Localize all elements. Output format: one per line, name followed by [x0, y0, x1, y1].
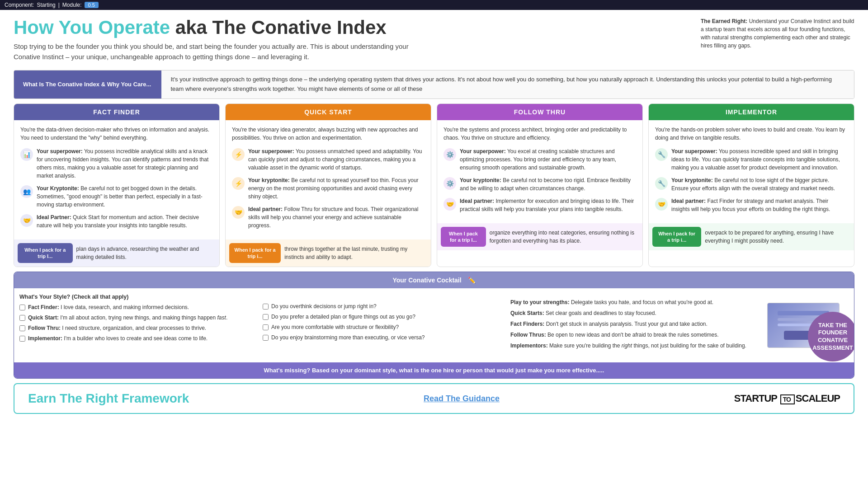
- fact-finder-partner: 🤝 Ideal Partner: Quick Start for momentu…: [20, 213, 213, 230]
- right-preview: TAKE THE FOUNDER CONATIVE ASSESSMENT: [758, 294, 849, 357]
- implementor-header: IMPLEMENTOR: [649, 104, 854, 120]
- qs-kryptonite-icon: ⚡: [232, 177, 245, 190]
- check-q4: Do you enjoy brainstorming more than exe…: [263, 334, 499, 342]
- checkbox-quick-start[interactable]: [19, 315, 25, 321]
- fact-finder-footer: When I pack for a trip I... plan days in…: [14, 239, 219, 267]
- quick-start-body: You're the visionary idea generator, alw…: [226, 120, 431, 239]
- take-assessment-circle[interactable]: TAKE THE FOUNDER CONATIVE ASSESSMENT: [808, 312, 854, 361]
- cocktail-left: What's Your Style? (Check all that apply…: [19, 294, 255, 357]
- module-badge: 0.5: [85, 2, 99, 8]
- card-quick-start: QUICK START You're the visionary idea ge…: [225, 103, 431, 267]
- checkbox-q2[interactable]: [263, 314, 269, 320]
- follow-thru-kryptonite: ⚙️ Your kryptonite: Be careful not to be…: [443, 176, 636, 192]
- fact-finder-body: You're the data-driven decision-maker wh…: [14, 120, 219, 239]
- fact-finder-intro: You're the data-driven decision-maker wh…: [20, 126, 213, 142]
- kryptonite-icon: 👥: [20, 185, 33, 198]
- top-bar: Component: Starting | Module: 0.5: [0, 0, 868, 10]
- imp-kryptonite-icon: 🔧: [655, 177, 668, 190]
- implementor-intro: You're the hands-on problem solver who l…: [655, 126, 848, 142]
- follow-thru-superpower: ⚙️ Your superpower: You excel at creatin…: [443, 147, 636, 172]
- cocktail-banner: What's missing? Based on your dominant s…: [14, 362, 854, 378]
- imp-partner-icon: 🤝: [655, 198, 668, 211]
- imp-superpower-icon: 🔧: [655, 148, 668, 161]
- quick-start-footer-text: throw things together at the last minute…: [284, 245, 427, 261]
- ft-partner-icon: 🤝: [443, 198, 456, 211]
- check-implementor: Implementor: I'm a builder who loves to …: [19, 335, 255, 343]
- check-q2: Do you prefer a detailed plan or figure …: [263, 313, 499, 321]
- follow-thru-footer-btn[interactable]: When I pack for a trip I...: [441, 227, 486, 247]
- component-value: Starting: [37, 2, 55, 8]
- cocktail-icon: ✏️: [468, 277, 476, 284]
- read-guidance-link[interactable]: Read The Guidance: [424, 394, 500, 404]
- follow-thru-partner: 🤝 Ideal partner: Implementor for executi…: [443, 197, 636, 213]
- fact-finder-header: FACT FINDER: [14, 104, 219, 120]
- quick-start-header: QUICK START: [226, 104, 431, 120]
- tab-content: It's your instinctive approach to gettin…: [160, 70, 854, 99]
- check-q3: Are you more comfortable with structure …: [263, 324, 499, 331]
- module-label: |: [58, 2, 60, 8]
- card-follow-thru: FOLLOW THRU You're the systems and proce…: [437, 103, 643, 267]
- module-label-text: Module:: [62, 2, 82, 8]
- component-label: Component:: [5, 2, 34, 8]
- strength-box: Play to your strengths: Delegate tasks y…: [506, 294, 751, 357]
- implementor-partner: 🤝 Ideal partner: Fact Finder for strateg…: [655, 197, 848, 213]
- quick-start-partner: 🤝 Ideal partner: Follow Thru for structu…: [232, 205, 425, 230]
- follow-thru-footer-text: organize everything into neat categories…: [490, 229, 639, 245]
- superpower-icon: 📊: [20, 148, 33, 161]
- checkbox-implementor[interactable]: [19, 336, 25, 342]
- check-follow-thru: Follow Thru: I need structure, organizat…: [19, 324, 255, 332]
- qs-superpower-icon: ⚡: [232, 148, 245, 161]
- follow-thru-intro: You're the systems and process architect…: [443, 126, 636, 142]
- fact-finder-footer-text: plan days in advance, researching the we…: [76, 245, 216, 261]
- quick-start-intro: You're the visionary idea generator, alw…: [232, 126, 425, 142]
- implementor-footer-text: overpack to be prepared for anything, en…: [705, 229, 850, 245]
- cocktail-right-checks: Do you overthink decisions or jump right…: [263, 294, 499, 357]
- check-fact-finder: Fact Finder: I love data, research, and …: [19, 304, 255, 311]
- earn-right-bar: Earn The Right Framework Read The Guidan…: [14, 383, 854, 414]
- header-left: How You Operate aka The Conative Index S…: [14, 17, 701, 62]
- quick-start-kryptonite: ⚡ Your kryptonite: Be careful not to spr…: [232, 176, 425, 201]
- ft-kryptonite-icon: ⚙️: [443, 177, 456, 190]
- fact-finder-superpower: 📊 Your superpower: You possess incredibl…: [20, 147, 213, 180]
- title-highlight: How You Operate: [14, 17, 170, 38]
- follow-thru-footer: When I pack for a trip I... organize eve…: [437, 223, 642, 251]
- implementor-footer: When I pack for a trip i... overpack to …: [649, 223, 854, 251]
- cards-row: FACT FINDER You're the data-driven decis…: [14, 103, 854, 267]
- card-implementor: IMPLEMENTOR You're the hands-on problem …: [648, 103, 854, 267]
- check-q1: Do you overthink decisions or jump right…: [263, 303, 499, 310]
- earn-right-title: Earn The Right Framework: [28, 391, 189, 406]
- follow-thru-body: You're the systems and process architect…: [437, 120, 642, 223]
- card-fact-finder: FACT FINDER You're the data-driven decis…: [14, 103, 220, 267]
- quick-start-footer-btn[interactable]: When I pack for a trip i...: [229, 243, 281, 263]
- implementor-kryptonite: 🔧 Your kryptonite: Be careful not to los…: [655, 176, 848, 192]
- partner-icon: 🤝: [20, 214, 33, 227]
- page-subtitle: Stop trying to be the founder you think …: [14, 42, 420, 62]
- page-title: How You Operate aka The Conative Index: [14, 17, 701, 38]
- checkbox-fact-finder[interactable]: [19, 305, 25, 310]
- follow-thru-header: FOLLOW THRU: [437, 104, 642, 120]
- cocktail-header: Your Conative Cocktail ✏️: [14, 272, 854, 288]
- cocktail-box: Your Conative Cocktail ✏️ What's Your St…: [14, 272, 854, 379]
- qs-partner-icon: 🤝: [232, 206, 245, 219]
- implementor-body: You're the hands-on problem solver who l…: [649, 120, 854, 223]
- bottom-section: Your Conative Cocktail ✏️ What's Your St…: [14, 272, 854, 379]
- implementor-footer-btn[interactable]: When I pack for a trip i...: [652, 227, 701, 247]
- tab-active[interactable]: What Is The Conative Index & Why You Car…: [14, 70, 160, 99]
- checkbox-follow-thru[interactable]: [19, 325, 25, 331]
- checkbox-q3[interactable]: [263, 324, 269, 330]
- tab-section: What Is The Conative Index & Why You Car…: [14, 70, 854, 99]
- page-header: How You Operate aka The Conative Index S…: [0, 10, 868, 66]
- check-quick-start: Quick Start: I'm all about action, tryin…: [19, 314, 255, 322]
- fact-finder-footer-btn[interactable]: When I pack for a trip I...: [18, 243, 73, 263]
- startup-logo: STARTUP TO SCALEUP: [734, 393, 840, 404]
- earned-right-label: The Earned Right:: [701, 18, 747, 24]
- cocktail-body: What's Your Style? (Check all that apply…: [14, 288, 854, 362]
- ft-superpower-icon: ⚙️: [443, 148, 456, 161]
- checkbox-q1[interactable]: [263, 304, 269, 310]
- quick-start-footer: When I pack for a trip i... throw things…: [226, 239, 431, 267]
- fact-finder-kryptonite: 👥 Your Kryptonite: Be careful not to get…: [20, 184, 213, 209]
- quick-start-superpower: ⚡ Your superpower: You possess unmatched…: [232, 147, 425, 172]
- checkbox-q4[interactable]: [263, 335, 269, 341]
- implementor-superpower: 🔧 Your superpower: You possess incredibl…: [655, 147, 848, 172]
- earned-right-box: The Earned Right: Understand your Conati…: [701, 17, 854, 50]
